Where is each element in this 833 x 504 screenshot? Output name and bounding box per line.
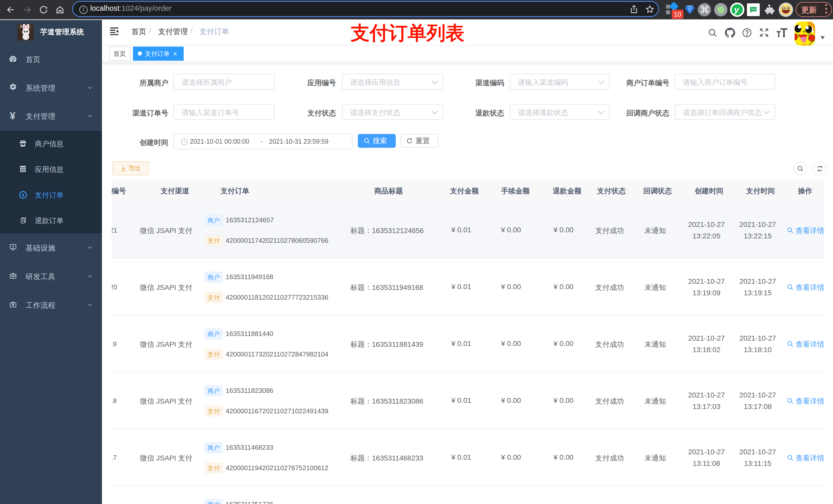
svg-text:¥: ¥ — [22, 192, 25, 198]
